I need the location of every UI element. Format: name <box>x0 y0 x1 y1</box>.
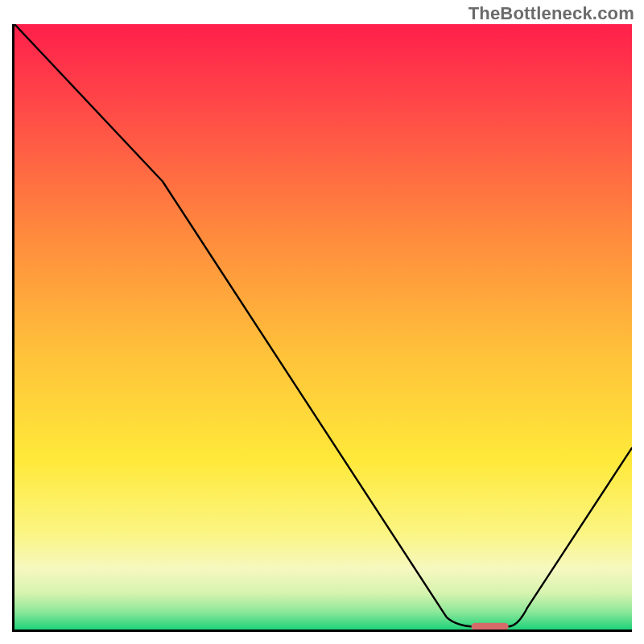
curve-path <box>14 24 632 626</box>
curve-layer <box>14 24 632 630</box>
watermark-text: TheBottleneck.com <box>469 3 634 24</box>
plot-area <box>12 24 632 632</box>
min-marker <box>472 623 509 630</box>
